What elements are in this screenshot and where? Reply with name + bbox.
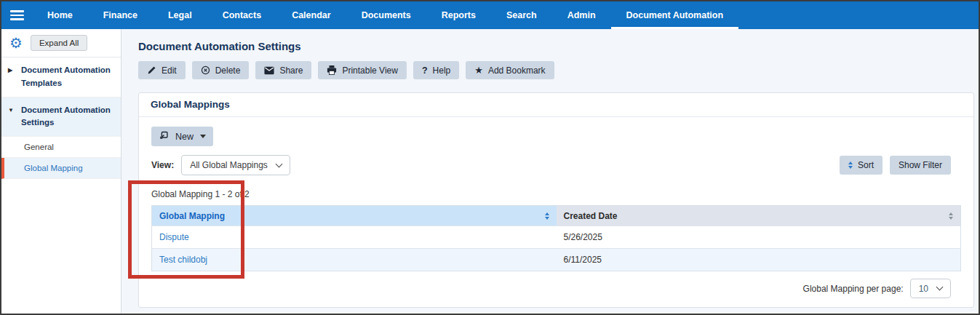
sidebar-item-settings[interactable]: ▼ Document Automation Settings: [1, 97, 121, 137]
add-bookmark-button[interactable]: ★ Add Bookmark: [466, 61, 554, 79]
chevron-down-icon: [275, 160, 282, 167]
help-button[interactable]: ? Help: [413, 61, 459, 79]
row-created-date: 6/11/2025: [557, 249, 961, 271]
edit-button-label: Edit: [162, 65, 177, 76]
chevron-down-icon[interactable]: ▼: [8, 106, 16, 130]
new-button-label: New: [175, 132, 194, 142]
delete-button-label: Delete: [215, 65, 241, 76]
gear-icon[interactable]: ⚙: [9, 36, 23, 50]
new-record-icon: [159, 130, 169, 143]
global-mappings-panel: Global Mappings New View: All Global Map…: [138, 92, 974, 308]
table-caption: Global Mapping 1 - 2 of 2: [151, 189, 961, 199]
nav-item-documents[interactable]: Documents: [346, 1, 426, 29]
hamburger-icon: [10, 10, 24, 20]
app-window: Home Finance Legal Contacts Calendar Doc…: [0, 0, 980, 315]
sort-button-label: Sort: [858, 160, 874, 170]
expand-all-button[interactable]: Expand All: [31, 35, 87, 51]
table-header-row: Global Mapping Created Date: [152, 206, 961, 226]
add-bookmark-button-label: Add Bookmark: [488, 65, 546, 76]
toolbar: Edit Delete Share Printable View ? Help: [138, 61, 979, 79]
delete-circle-icon: [201, 65, 210, 75]
view-row: View: All Global Mappings Sort Show Fi: [151, 155, 961, 175]
nav-item-contacts[interactable]: Contacts: [207, 1, 276, 29]
question-mark-icon: ?: [422, 65, 428, 76]
chevron-right-icon[interactable]: ▶: [8, 66, 16, 90]
sidebar-item-label: Document Automation Settings: [21, 104, 115, 130]
sidebar-item-global-mapping[interactable]: Global Mapping: [1, 158, 121, 179]
nav-items: Home Finance Legal Contacts Calendar Doc…: [32, 1, 738, 29]
menu-button[interactable]: [1, 1, 32, 29]
sidebar-item-label: Document Automation Templates: [21, 64, 115, 90]
star-icon: ★: [474, 65, 483, 75]
sidebar: ⚙ Expand All ▶ Document Automation Templ…: [1, 29, 121, 314]
column-label: Global Mapping: [159, 211, 225, 221]
nav-item-reports[interactable]: Reports: [426, 1, 491, 29]
main-area: Document Automation Settings Edit Delete…: [121, 29, 979, 314]
row-created-date: 5/26/2025: [557, 226, 961, 249]
sort-arrows-icon: [848, 162, 853, 169]
view-select[interactable]: All Global Mappings: [181, 155, 290, 175]
table-row: Dispute 5/26/2025: [152, 226, 961, 249]
envelope-icon: [264, 66, 274, 75]
show-filter-button-label: Show Filter: [899, 160, 942, 170]
column-label: Created Date: [564, 211, 618, 221]
nav-item-home[interactable]: Home: [32, 1, 88, 29]
printer-icon: [327, 65, 337, 75]
sort-arrows-icon: [545, 212, 549, 220]
table-row: Test childobj 6/11/2025: [152, 249, 961, 271]
share-button-label: Share: [279, 65, 303, 76]
chevron-down-icon: [936, 284, 944, 291]
top-navbar: Home Finance Legal Contacts Calendar Doc…: [1, 1, 979, 29]
nav-item-search[interactable]: Search: [491, 1, 552, 29]
printable-view-button-label: Printable View: [342, 65, 398, 76]
new-button[interactable]: New: [151, 127, 213, 146]
edit-button[interactable]: Edit: [138, 61, 186, 79]
pencil-icon: [147, 65, 156, 75]
share-button[interactable]: Share: [255, 61, 311, 79]
view-select-value: All Global Mappings: [190, 160, 268, 170]
per-page-value: 10: [919, 284, 928, 294]
page-title: Document Automation Settings: [138, 40, 979, 52]
view-label: View:: [151, 160, 174, 170]
sidebar-header: ⚙ Expand All: [1, 29, 121, 57]
nav-item-finance[interactable]: Finance: [88, 1, 153, 29]
show-filter-button[interactable]: Show Filter: [890, 156, 951, 175]
pagination: Global Mapping per page: 10: [151, 279, 951, 298]
help-button-label: Help: [433, 65, 451, 76]
printable-view-button[interactable]: Printable View: [318, 61, 407, 79]
panel-title: Global Mappings: [139, 93, 973, 117]
sidebar-item-templates[interactable]: ▶ Document Automation Templates: [1, 57, 121, 97]
table-header-created-date[interactable]: Created Date: [557, 206, 961, 226]
per-page-select[interactable]: 10: [910, 279, 951, 298]
sidebar-item-general[interactable]: General: [1, 137, 121, 158]
caret-down-icon[interactable]: [200, 135, 206, 138]
row-name-link[interactable]: Test childobj: [159, 255, 207, 265]
nav-item-calendar[interactable]: Calendar: [276, 1, 346, 29]
table-header-global-mapping[interactable]: Global Mapping: [152, 206, 557, 226]
row-name-link[interactable]: Dispute: [159, 232, 189, 242]
delete-button[interactable]: Delete: [192, 61, 250, 79]
nav-item-admin[interactable]: Admin: [552, 1, 611, 29]
sort-button[interactable]: Sort: [840, 156, 883, 175]
nav-item-document-automation[interactable]: Document Automation: [611, 1, 739, 29]
sort-arrows-icon: [949, 212, 953, 220]
nav-item-legal[interactable]: Legal: [153, 1, 207, 29]
global-mapping-table: Global Mapping Created Date: [151, 205, 961, 271]
per-page-label: Global Mapping per page:: [803, 284, 904, 294]
